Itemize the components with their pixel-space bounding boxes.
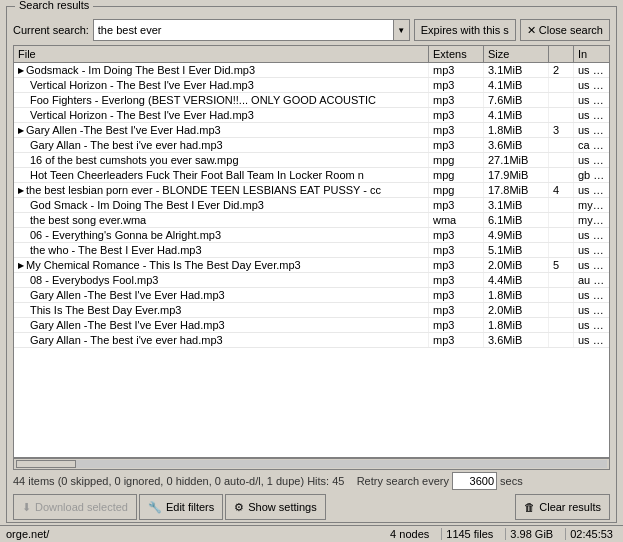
file-name: 06 - Everything's Gonna be Alright.mp3 [30,229,221,241]
edit-filters-button[interactable]: 🔧 Edit filters [139,494,223,520]
table-row[interactable]: Gary Allen -The Best I've Ever Had.mp3mp… [14,318,609,333]
footer-bar: orge.net/ 4 nodes 1145 files 3.98 GiB 02… [0,525,623,542]
file-cell: 08 - Everybodys Fool.mp3 [14,273,429,287]
ext-cell: mp3 [429,78,484,92]
table-row[interactable]: ▶Godsmack - Im Doing The Best I Ever Did… [14,63,609,78]
size-cell: 3.6MiB [484,333,549,347]
size-cell: 4.1MiB [484,78,549,92]
file-cell: Gary Allan - The best i've ever had.mp3 [14,333,429,347]
table-row[interactable]: ▶the best lesbian porn ever - BLONDE TEE… [14,183,609,198]
size-cell: 17.9MiB [484,168,549,182]
file-cell: Foo Fighters - Everlong (BEST VERSION!!.… [14,93,429,107]
footer-stats: 4 nodes 1145 files 3.98 GiB 02:45:53 [386,528,617,540]
table-row[interactable]: 08 - Everybodys Fool.mp3mp34.4MiBau Fro [14,273,609,288]
expand-arrow-icon[interactable]: ▶ [18,66,24,75]
table-row[interactable]: Hot Teen Cheerleaders Fuck Their Foot Ba… [14,168,609,183]
footer-size: 3.98 GiB [505,528,557,540]
table-row[interactable]: God Smack - Im Doing The Best I Ever Did… [14,198,609,213]
expand-arrow-icon[interactable]: ▶ [18,126,24,135]
file-cell: ▶Godsmack - Im Doing The Best I Ever Did… [14,63,429,77]
country-cell: au Fro [574,273,609,287]
footer-nodes: 4 nodes [386,528,433,540]
ext-cell: mp3 [429,63,484,77]
table-row[interactable]: Foo Fighters - Everlong (BEST VERSION!!.… [14,93,609,108]
download-label: Download selected [35,501,128,513]
ext-cell: mp3 [429,243,484,257]
ext-cell: wma [429,213,484,227]
ext-cell: mp3 [429,288,484,302]
status-bar: 44 items (0 skipped, 0 ignored, 0 hidden… [7,470,616,492]
country-cell: us Lin [574,108,609,122]
table-row[interactable]: 06 - Everything's Gonna be Alright.mp3mp… [14,228,609,243]
file-cell: ▶Gary Allen -The Best I've Ever Had.mp3 [14,123,429,137]
retry-input[interactable] [452,472,497,490]
file-name: the best song ever.wma [30,214,146,226]
file-cell: This Is The Best Day Ever.mp3 [14,303,429,317]
expires-button[interactable]: Expires with this s [414,19,516,41]
table-row[interactable]: ▶Gary Allen -The Best I've Ever Had.mp3m… [14,123,609,138]
size-cell: 1.8MiB [484,318,549,332]
file-name: Gary Allen -The Best I've Ever Had.mp3 [30,319,225,331]
country-cell: us Lin [574,303,609,317]
close-search-button[interactable]: ✕ Close search [520,19,610,41]
ext-cell: mpg [429,183,484,197]
file-cell: Gary Allen -The Best I've Ever Had.mp3 [14,288,429,302]
count-cell [549,78,574,92]
file-name: 16 of the best cumshots you ever saw.mpg [30,154,239,166]
table-row[interactable]: ▶My Chemical Romance - This Is The Best … [14,258,609,273]
table-row[interactable]: the who - The Best I Ever Had.mp3mp35.1M… [14,243,609,258]
count-cell [549,333,574,347]
count-cell [549,273,574,287]
file-cell: Gary Allan - The best i've ever had.mp3 [14,138,429,152]
col-count[interactable] [549,46,574,62]
col-file[interactable]: File [14,46,429,62]
table-row[interactable]: This Is The Best Day Ever.mp3mp32.0MiBus… [14,303,609,318]
count-cell [549,93,574,107]
search-input[interactable] [94,24,393,36]
close-search-label: Close search [539,24,603,36]
table-row[interactable]: 16 of the best cumshots you ever saw.mpg… [14,153,609,168]
horizontal-scrollbar[interactable] [13,458,610,470]
ext-cell: mp3 [429,93,484,107]
col-in[interactable]: In [574,46,609,62]
table-row[interactable]: Gary Allan - The best i've ever had.mp3m… [14,138,609,153]
country-cell: us Lin [574,78,609,92]
file-name: My Chemical Romance - This Is The Best D… [26,259,301,271]
size-cell: 3.1MiB [484,63,549,77]
table-body[interactable]: ▶Godsmack - Im Doing The Best I Ever Did… [13,62,610,458]
clear-results-button[interactable]: 🗑 Clear results [515,494,610,520]
size-cell: 2.0MiB [484,303,549,317]
file-cell: Hot Teen Cheerleaders Fuck Their Foot Ba… [14,168,429,182]
size-cell: 1.8MiB [484,123,549,137]
expand-arrow-icon[interactable]: ▶ [18,261,24,270]
table-row[interactable]: Gary Allen -The Best I've Ever Had.mp3mp… [14,288,609,303]
expand-arrow-icon[interactable]: ▶ [18,186,24,195]
dropdown-arrow-icon[interactable]: ▼ [393,20,409,40]
search-results-group: Search results Current search: ▼ Expires… [6,6,617,523]
table-row[interactable]: Vertical Horizon - The Best I've Ever Ha… [14,108,609,123]
file-cell: Gary Allen -The Best I've Ever Had.mp3 [14,318,429,332]
show-settings-button[interactable]: ⚙ Show settings [225,494,325,520]
footer-files: 1145 files [441,528,497,540]
group-legend: Search results [15,0,93,11]
col-size[interactable]: Size [484,46,549,62]
table-row[interactable]: the best song ever.wmawma6.1MiBmy Lin [14,213,609,228]
size-cell: 3.1MiB [484,198,549,212]
table-row[interactable]: Gary Allan - The best i've ever had.mp3m… [14,333,609,348]
country-cell: gb Lin [574,168,609,182]
search-input-container[interactable]: ▼ [93,19,410,41]
file-name: Gary Allen -The Best I've Ever Had.mp3 [30,289,225,301]
ext-cell: mp3 [429,318,484,332]
ext-cell: mp3 [429,123,484,137]
file-cell: 16 of the best cumshots you ever saw.mpg [14,153,429,167]
download-selected-button[interactable]: ⬇ Download selected [13,494,137,520]
table-row[interactable]: Vertical Horizon - The Best I've Ever Ha… [14,78,609,93]
count-cell: 4 [549,183,574,197]
file-name: 08 - Everybodys Fool.mp3 [30,274,158,286]
scroll-thumb[interactable] [16,460,76,468]
footer-url: orge.net/ [6,528,378,540]
count-cell [549,198,574,212]
count-cell [549,303,574,317]
col-extens[interactable]: Extens [429,46,484,62]
file-name: This Is The Best Day Ever.mp3 [30,304,181,316]
